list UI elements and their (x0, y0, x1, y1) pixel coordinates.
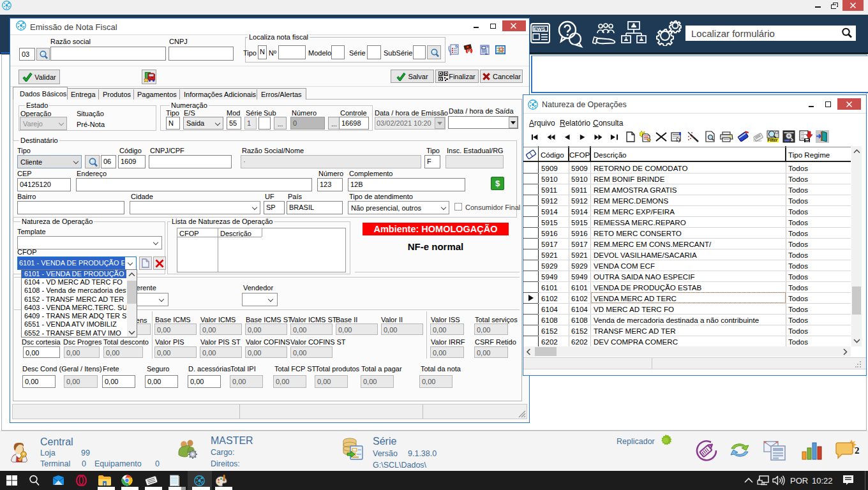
svg-text:EWS: EWS (534, 26, 546, 32)
svg-text:Filter: Filter (768, 138, 778, 142)
svg-text:Goto: Goto (753, 138, 762, 142)
